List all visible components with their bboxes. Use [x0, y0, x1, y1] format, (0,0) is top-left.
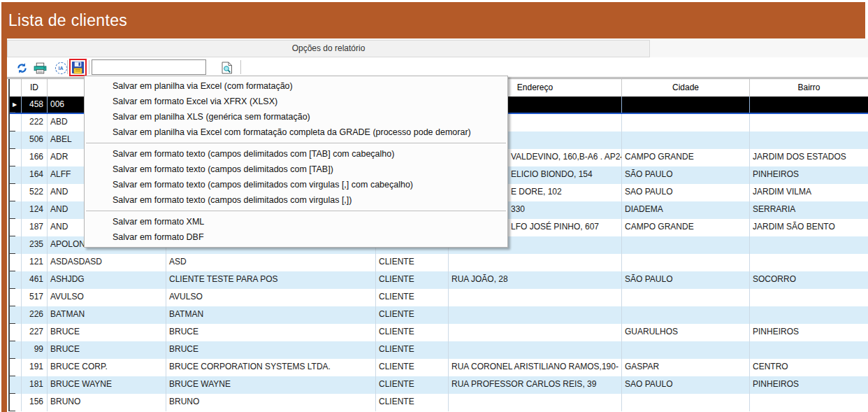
cell-bairro[interactable] [750, 341, 868, 359]
cell-indicator[interactable] [10, 166, 22, 184]
cell-id[interactable]: 517 [22, 289, 48, 306]
cell-codigo[interactable]: BRUNO [48, 394, 166, 411]
menu-item[interactable]: Salvar em formato Excel via XFRX (XLSX) [85, 94, 507, 109]
summary-ia-button[interactable]: IA [53, 60, 68, 76]
save-button[interactable] [71, 60, 85, 76]
cell-id[interactable]: 166 [22, 149, 48, 166]
menu-item[interactable]: Salvar em planilha via Excel com formata… [85, 125, 507, 140]
table-row[interactable]: 226BATMANBATMANCLIENTE [10, 306, 868, 324]
cell-id[interactable]: 235 [22, 236, 48, 254]
print-button[interactable] [32, 60, 48, 76]
menu-item[interactable]: Salvar em formato XML [85, 214, 507, 229]
cell-codigo[interactable]: ASHJDG [48, 271, 166, 289]
cell-id[interactable]: 187 [22, 219, 48, 236]
cell-indicator[interactable] [10, 201, 22, 219]
cell-indicator[interactable] [10, 394, 22, 411]
cell-indicator[interactable] [10, 236, 22, 254]
cell-tipo[interactable]: CLIENTE [376, 341, 449, 359]
cell-nome[interactable]: BRUCE [166, 341, 376, 359]
cell-cidade[interactable] [622, 306, 750, 324]
cell-nome[interactable]: BRUCE CORPORATION SYSTEMS LTDA. [166, 359, 376, 376]
search-input[interactable] [92, 59, 206, 75]
cell-bairro[interactable]: SOCORRO [750, 271, 868, 289]
cell-nome[interactable]: AVULSO [166, 289, 376, 306]
menu-item[interactable]: Salvar em formato texto (campos delimita… [85, 162, 507, 177]
cell-bairro[interactable]: CENTRO [750, 359, 868, 376]
cell-cidade[interactable]: SAO PAULO [622, 184, 750, 201]
cell-endereco[interactable]: RUA JOÃO, 28 [449, 271, 622, 289]
cell-cidade[interactable] [622, 97, 750, 113]
cell-indicator[interactable] [10, 341, 22, 359]
cell-indicator[interactable] [10, 114, 22, 132]
cell-codigo[interactable]: ASDASDASD [48, 254, 166, 271]
cell-id[interactable]: 222 [22, 114, 48, 132]
preview-button[interactable] [219, 60, 235, 76]
cell-cidade[interactable] [622, 289, 750, 306]
cell-indicator[interactable] [10, 219, 22, 236]
column-header-cidade[interactable]: Cidade [622, 79, 750, 97]
cell-bairro[interactable] [750, 114, 868, 132]
cell-endereco[interactable] [449, 306, 622, 324]
cell-indicator[interactable] [10, 184, 22, 201]
cell-bairro[interactable]: JARDIM VILMA [750, 184, 868, 201]
column-header-indicator[interactable] [10, 79, 22, 97]
table-row[interactable]: 181BRUCE WAYNEBRUCE WAYNECLIENTERUA PROF… [10, 376, 868, 394]
cell-endereco[interactable]: RUA PROFESSOR CARLOS REIS, 39 [449, 376, 622, 394]
cell-tipo[interactable]: CLIENTE [376, 376, 449, 394]
menu-item[interactable]: Salvar em planilha via Excel (com format… [85, 78, 507, 94]
table-row[interactable]: 99BRUCEBRUCECLIENTE [10, 341, 868, 359]
menu-item[interactable]: Salvar em planilha XLS (genérica sem for… [85, 109, 507, 125]
cell-nome[interactable]: BRUCE WAYNE [166, 376, 376, 394]
cell-id[interactable]: 124 [22, 201, 48, 219]
cell-tipo[interactable]: CLIENTE [376, 324, 449, 341]
cell-endereco[interactable] [449, 394, 622, 411]
cell-tipo[interactable]: CLIENTE [376, 306, 449, 324]
cell-indicator[interactable] [10, 149, 22, 166]
cell-bairro[interactable]: PINHEIROS [750, 376, 868, 394]
cell-cidade[interactable]: SÃO PAULO [622, 271, 750, 289]
cell-endereco[interactable] [449, 289, 622, 306]
cell-cidade[interactable]: GUARULHOS [622, 324, 750, 341]
cell-id[interactable]: 191 [22, 359, 48, 376]
cell-indicator[interactable]: ▶ [10, 97, 22, 113]
cell-codigo[interactable]: BRUCE [48, 341, 166, 359]
cell-id[interactable]: 164 [22, 166, 48, 184]
table-row[interactable]: 461ASHJDGCLIENTE TESTE PARA POSCLIENTERU… [10, 271, 868, 289]
cell-bairro[interactable]: SERRARIA [750, 201, 868, 219]
cell-bairro[interactable] [750, 236, 868, 254]
cell-indicator[interactable] [10, 289, 22, 306]
cell-id[interactable]: 156 [22, 394, 48, 411]
cell-endereco[interactable] [449, 324, 622, 341]
cell-tipo[interactable]: CLIENTE [376, 359, 449, 376]
cell-indicator[interactable] [10, 359, 22, 376]
table-row[interactable]: 121ASDASDASDASDCLIENTE [10, 254, 868, 271]
cell-id[interactable]: 121 [22, 254, 48, 271]
cell-tipo[interactable]: CLIENTE [376, 289, 449, 306]
cell-bairro[interactable] [750, 289, 868, 306]
cell-nome[interactable]: CLIENTE TESTE PARA POS [166, 271, 376, 289]
cell-nome[interactable]: BRUNO [166, 394, 376, 411]
cell-nome[interactable]: BRUCE [166, 324, 376, 341]
cell-indicator[interactable] [10, 132, 22, 149]
cell-bairro[interactable]: PINHEIROS [750, 166, 868, 184]
cell-codigo[interactable]: BRUCE [48, 324, 166, 341]
cell-cidade[interactable] [622, 236, 750, 254]
cell-codigo[interactable]: AVULSO [48, 289, 166, 306]
cell-bairro[interactable] [750, 394, 868, 411]
cell-indicator[interactable] [10, 376, 22, 394]
cell-id[interactable]: 461 [22, 271, 48, 289]
menu-item[interactable]: Salvar em formato DBF [85, 229, 507, 245]
cell-bairro[interactable] [750, 97, 868, 113]
cell-indicator[interactable] [10, 306, 22, 324]
cell-codigo[interactable]: BRUCE WAYNE [48, 376, 166, 394]
cell-cidade[interactable]: DIADEMA [622, 201, 750, 219]
cell-cidade[interactable] [622, 341, 750, 359]
cell-cidade[interactable]: CAMPO GRANDE [622, 219, 750, 236]
cell-id[interactable]: 227 [22, 324, 48, 341]
cell-nome[interactable]: ASD [166, 254, 376, 271]
table-row[interactable]: 156BRUNOBRUNOCLIENTE [10, 394, 868, 411]
cell-codigo[interactable]: BATMAN [48, 306, 166, 324]
cell-endereco[interactable] [449, 254, 622, 271]
cell-id[interactable]: 226 [22, 306, 48, 324]
cell-bairro[interactable]: PINHEIROS [750, 324, 868, 341]
